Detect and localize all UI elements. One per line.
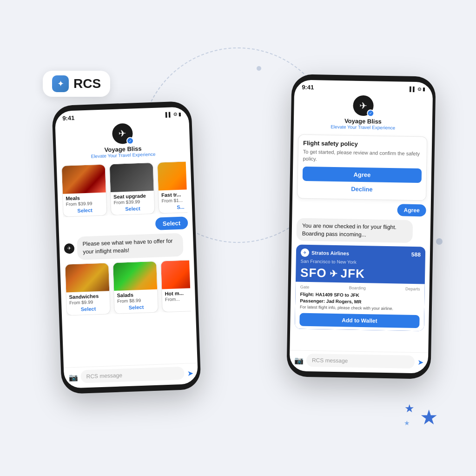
bp-header: ✈ Stratos Airlines 588 <box>296 244 425 261</box>
left-input-bar: 📷 RCS message ➤ <box>64 362 198 388</box>
right-camera-icon[interactable]: 📷 <box>294 355 304 364</box>
meals-card-title: Meals <box>66 194 103 201</box>
left-card-row2: Sandwiches From $9.99 Select Salads From… <box>65 259 191 315</box>
dot-decoration-right <box>436 238 443 245</box>
bp-footer-cols: Gate Boarding Departs <box>300 285 420 292</box>
hot-card-body: Hot m... From... <box>162 287 191 304</box>
meals-card: Meals From $39.99 Select <box>61 164 107 217</box>
seat-card-img <box>110 162 154 192</box>
rcs-badge-label: RCS <box>73 76 101 91</box>
agree-button[interactable]: Agree <box>303 166 422 182</box>
fast-card-body: Fast tr... From $1... S... <box>159 189 188 213</box>
sandwiches-card-title: Sandwiches <box>69 293 106 300</box>
bp-route: SFO ✈ JFK <box>296 263 425 284</box>
hot-card-title: Hot m... <box>165 289 191 296</box>
dot-decoration-top <box>257 66 261 71</box>
left-message-input[interactable]: RCS message <box>80 366 185 383</box>
seat-card-title: Seat upgrade <box>113 193 151 200</box>
right-input-bar: 📷 RCS message ➤ <box>290 350 429 373</box>
signal-icon: ▌▌ <box>165 112 172 117</box>
right-send-icon[interactable]: ➤ <box>417 357 423 366</box>
right-wifi-icon: ⊙ <box>417 87 421 92</box>
decline-button[interactable]: Decline <box>302 182 421 195</box>
right-phone-screen: 9:41 ▌▌ ⊙ ▮ ✈ ✓ Voyage Bliss Elevate You… <box>290 80 433 373</box>
boarding-pass-card: ✈ Stratos Airlines 588 San Francisco to … <box>295 244 425 330</box>
left-status-icons: ▌▌ ⊙ ▮ <box>165 111 182 117</box>
send-icon[interactable]: ➤ <box>187 368 193 377</box>
add-to-wallet-button[interactable]: Add to Wallet <box>299 313 419 328</box>
meals-card-img <box>62 164 106 194</box>
stars-decoration: ★ ★ ★ <box>391 392 438 429</box>
sandwiches-select-button[interactable]: Select <box>69 304 107 313</box>
salads-card-img <box>113 261 157 290</box>
sandwiches-card-body: Sandwiches From $9.99 Select <box>66 290 110 315</box>
salads-card-title: Salads <box>117 291 154 298</box>
inflight-message-row: ✈ Please see what we have to offer for y… <box>64 233 189 260</box>
right-battery-icon: ▮ <box>423 87 425 92</box>
seat-card-body: Seat upgrade From $39.99 Select <box>111 190 155 215</box>
left-card-row1: Meals From $39.99 Select Seat upgrade Fr… <box>61 161 188 217</box>
seat-card-price: From $39.99 <box>113 199 151 205</box>
checkin-bubble: You are now checked in for your flight. … <box>296 218 413 243</box>
left-time: 9:41 <box>62 114 75 121</box>
safety-policy-card: Flight safety policy To get started, ple… <box>297 134 427 201</box>
right-signal-icon: ▌▌ <box>410 86 416 91</box>
left-phone: 9:41 ▌▌ ⊙ ▮ ✈ ✓ Voyage Bliss Elevate You… <box>52 101 201 394</box>
rcs-badge: ✦ RCS <box>43 71 110 97</box>
left-agent-avatar: ✈ ✓ <box>112 123 133 144</box>
salads-card-price: From $8.99 <box>117 297 155 303</box>
left-messages-area: Meals From $39.99 Select Seat upgrade Fr… <box>57 159 198 368</box>
seat-select-button[interactable]: Select <box>114 204 152 213</box>
right-agent-name: Voyage Bliss <box>344 117 382 125</box>
camera-icon[interactable]: 📷 <box>68 372 78 382</box>
bp-origin: SFO <box>300 266 327 281</box>
star-small2-icon: ★ <box>404 419 410 427</box>
safety-desc: To get started, please review and confir… <box>303 148 422 164</box>
salads-select-button[interactable]: Select <box>117 302 155 311</box>
right-verified-badge: ✓ <box>367 109 374 117</box>
right-agent-header: ✈ ✓ Voyage Bliss Elevate Your Travel Exp… <box>294 92 433 134</box>
bp-airline-name: Stratos Airlines <box>311 250 349 256</box>
inflight-bubble: Please see what we have to offer for you… <box>77 233 183 260</box>
meals-select-button[interactable]: Select <box>66 206 104 215</box>
wifi-icon: ⊙ <box>173 112 177 117</box>
salads-card-body: Salads From $8.99 Select <box>114 289 158 313</box>
sandwiches-card: Sandwiches From $9.99 Select <box>65 262 111 315</box>
right-agent-tagline: Elevate Your Travel Experience <box>331 124 395 130</box>
star-small1-icon: ★ <box>404 402 415 415</box>
right-message-input[interactable]: RCS message <box>306 353 415 368</box>
salads-card: Salads From $8.99 Select <box>112 261 159 314</box>
bp-arrow-icon: ✈ <box>329 268 337 279</box>
safety-title: Flight safety policy <box>303 139 422 148</box>
left-agent-tagline: Elevate Your Travel Experience <box>91 151 155 159</box>
star-large-icon: ★ <box>420 405 438 429</box>
hot-card-img <box>161 259 191 288</box>
hot-card: Hot m... From... <box>160 259 191 312</box>
hot-card-price: From... <box>165 295 191 302</box>
right-messages-area: Flight safety policy To get started, ple… <box>290 132 432 352</box>
meals-card-body: Meals From $39.99 Select <box>63 192 107 216</box>
seat-card: Seat upgrade From $39.99 Select <box>109 162 155 215</box>
fast-card-title: Fast tr... <box>161 191 188 198</box>
right-time: 9:41 <box>302 83 314 90</box>
right-status-icons: ▌▌ ⊙ ▮ <box>410 86 425 92</box>
meals-card-price: From $39.99 <box>66 200 103 207</box>
fast-card: Fast tr... From $1... S... <box>157 161 188 214</box>
right-phone: 9:41 ▌▌ ⊙ ▮ ✈ ✓ Voyage Bliss Elevate You… <box>286 74 436 379</box>
battery-icon: ▮ <box>178 111 181 116</box>
left-agent-header: ✈ ✓ Voyage Bliss Elevate Your Travel Exp… <box>55 119 191 164</box>
left-phone-screen: 9:41 ▌▌ ⊙ ▮ ✈ ✓ Voyage Bliss Elevate You… <box>55 107 198 389</box>
bp-footer: Gate Boarding Departs Flight: HA1409 SFO… <box>295 282 425 330</box>
fast-select-button[interactable]: S... <box>162 202 188 211</box>
fast-card-price: From $1... <box>161 197 187 203</box>
bp-departs-label: Departs <box>405 287 420 292</box>
bp-airline-icon: ✈ <box>301 248 309 257</box>
bp-airline-row: ✈ Stratos Airlines <box>301 248 349 258</box>
sandwiches-card-price: From $9.99 <box>69 299 107 305</box>
sandwiches-card-img <box>65 262 109 292</box>
right-agent-avatar: ✈ ✓ <box>353 95 374 116</box>
select-bubble-button[interactable]: Select <box>155 216 188 230</box>
agree-sent-bubble: Agree <box>397 204 426 216</box>
bp-flight-number: 588 <box>411 251 421 258</box>
rcs-badge-icon: ✦ <box>52 75 69 92</box>
